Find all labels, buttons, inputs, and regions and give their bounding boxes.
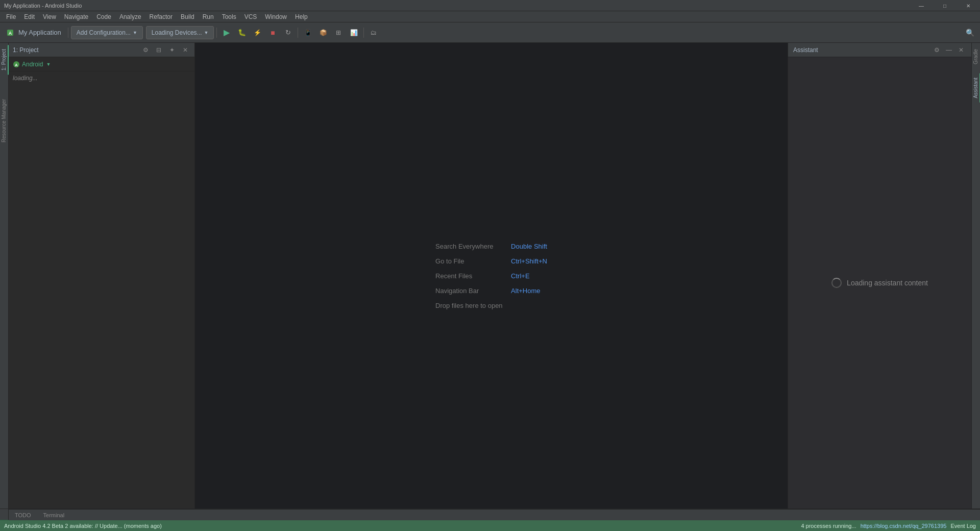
android-icon: A: [13, 61, 20, 68]
menu-vcs[interactable]: VCS: [240, 11, 261, 22]
assistant-settings-button[interactable]: ⚙: [932, 45, 942, 55]
hint-recent-files-shortcut: Ctrl+E: [511, 272, 529, 280]
menu-help[interactable]: Help: [291, 11, 312, 22]
toolbar-separator-2: [216, 28, 217, 38]
status-right: 4 processes running... https://blog.csdn…: [801, 523, 976, 529]
tab-gradle[interactable]: Gradle: [972, 45, 981, 68]
loading-assistant-text: Loading assistant content: [847, 279, 928, 287]
menu-run[interactable]: Run: [199, 11, 218, 22]
layout-editor-button[interactable]: ⊞: [331, 26, 346, 40]
hint-navigation-bar-shortcut: Alt+Home: [511, 287, 540, 295]
tab-assistant[interactable]: Assistant: [972, 74, 981, 103]
hint-go-to-file-label: Go to File: [435, 257, 507, 265]
hint-drop-files-text: Drop files here to open: [435, 302, 503, 309]
status-text[interactable]: Android Studio 4.2 Beta 2 available: // …: [4, 523, 162, 529]
loading-devices-dropdown-icon: ▼: [204, 30, 209, 35]
menu-bar: File Edit View Navigate Code Analyze Ref…: [0, 11, 980, 22]
assistant-title: Assistant: [793, 46, 929, 54]
hint-go-to-file: Go to File Ctrl+Shift+N: [435, 257, 547, 265]
menu-analyze[interactable]: Analyze: [115, 11, 145, 22]
add-config-dropdown-icon: ▼: [133, 30, 137, 35]
project-panel: 1: Project ⚙ ⊟ ✦ ✕ A Android ▼ loading..…: [9, 43, 195, 509]
menu-navigate[interactable]: Navigate: [60, 11, 92, 22]
project-settings-button[interactable]: ⚙: [140, 45, 151, 55]
close-button[interactable]: ✕: [957, 0, 980, 11]
assistant-minimize-button[interactable]: —: [944, 45, 954, 55]
todo-tab-label: TODO: [15, 512, 31, 518]
bottom-bar: TODO Terminal: [0, 509, 980, 520]
add-config-label: Add Configuration...: [77, 29, 131, 36]
profiler-button[interactable]: 📊: [347, 26, 361, 40]
hint-drop-files: Drop files here to open: [435, 302, 503, 309]
project-gear-button[interactable]: ✦: [167, 45, 177, 55]
project-close-button[interactable]: ✕: [180, 45, 190, 55]
hint-search-everywhere-label: Search Everywhere: [435, 243, 507, 250]
project-layout-button[interactable]: ⊟: [154, 45, 164, 55]
app-title-bar: My Application - Android Studio: [4, 3, 82, 9]
assistant-header: Assistant ⚙ — ✕: [788, 43, 971, 57]
run-button[interactable]: ▶: [219, 26, 234, 40]
menu-tools[interactable]: Tools: [218, 11, 240, 22]
loading-devices-button[interactable]: Loading Devices... ▼: [146, 26, 214, 39]
toolbar-separator-1: [68, 28, 68, 38]
assistant-close-button[interactable]: ✕: [956, 45, 966, 55]
profile-button[interactable]: ⚡: [250, 26, 264, 40]
status-left: Android Studio 4.2 Beta 2 available: // …: [4, 523, 162, 529]
search-button[interactable]: 🔍: [963, 26, 977, 40]
svg-text:A: A: [9, 31, 12, 36]
minimize-button[interactable]: —: [910, 0, 933, 11]
toolbar-separator-3: [298, 28, 298, 38]
hint-search-everywhere-shortcut: Double Shift: [511, 243, 547, 250]
menu-build[interactable]: Build: [177, 11, 199, 22]
menu-refactor[interactable]: Refactor: [145, 11, 177, 22]
tab-project[interactable]: 1: Project: [0, 45, 9, 75]
menu-edit[interactable]: Edit: [20, 11, 39, 22]
app-name-label: My Application: [18, 29, 61, 36]
hint-search-everywhere: Search Everywhere Double Shift: [435, 243, 547, 250]
tab-resource-manager[interactable]: Resource Manager: [0, 95, 9, 147]
loading-row: Loading assistant content: [831, 278, 928, 288]
menu-code[interactable]: Code: [92, 11, 115, 22]
bottom-toolbar: TODO Terminal: [9, 509, 980, 520]
loading-devices-label: Loading Devices...: [152, 29, 202, 36]
title-bar: My Application - Android Studio — □ ✕: [0, 0, 980, 11]
terminal-tab-label: Terminal: [43, 512, 65, 518]
loading-spinner-icon: [831, 278, 842, 288]
maximize-button[interactable]: □: [933, 0, 957, 11]
hint-recent-files: Recent Files Ctrl+E: [435, 272, 529, 280]
toolbar: A My Application Add Configuration... ▼ …: [0, 22, 980, 43]
project-panel-header: 1: Project ⚙ ⊟ ✦ ✕: [9, 43, 194, 57]
todo-tab[interactable]: TODO: [13, 510, 33, 520]
debug-button[interactable]: 🐛: [235, 26, 249, 40]
toolbar-separator-4: [363, 28, 364, 38]
menu-file[interactable]: File: [2, 11, 20, 22]
app-icon: A: [3, 26, 17, 40]
svg-text:A: A: [15, 63, 18, 67]
hint-navigation-bar: Navigation Bar Alt+Home: [435, 287, 540, 295]
hint-go-to-file-shortcut: Ctrl+Shift+N: [511, 257, 547, 265]
add-configuration-button[interactable]: Add Configuration... ▼: [71, 26, 143, 39]
sync-button[interactable]: ↻: [281, 26, 295, 40]
project-structure-button[interactable]: 🗂: [366, 26, 381, 40]
terminal-tab[interactable]: Terminal: [41, 510, 67, 520]
hint-navigation-bar-label: Navigation Bar: [435, 287, 507, 295]
menu-window[interactable]: Window: [261, 11, 291, 22]
status-processes: 4 processes running...: [801, 523, 856, 529]
menu-view[interactable]: View: [39, 11, 60, 22]
project-panel-title: 1: Project: [13, 46, 137, 54]
status-url[interactable]: https://blog.csdn.net/qq_29761395: [861, 523, 947, 529]
right-sidebar: Gradle Assistant: [971, 43, 980, 509]
android-view-selector[interactable]: A Android ▼: [9, 57, 194, 71]
android-dropdown-icon: ▼: [46, 62, 51, 67]
left-panel-tabs: 1: Project Resource Manager: [0, 43, 9, 509]
window-controls: — □ ✕: [910, 0, 980, 11]
status-event-log[interactable]: Event Log: [950, 523, 976, 529]
shortcut-hints: Search Everywhere Double Shift Go to Fil…: [435, 243, 547, 309]
avd-manager-button[interactable]: 📱: [301, 26, 315, 40]
assistant-panel: Assistant ⚙ — ✕ Loading assistant conten…: [788, 43, 971, 509]
status-bar: Android Studio 4.2 Beta 2 available: // …: [0, 520, 980, 531]
stop-button[interactable]: ■: [265, 26, 280, 40]
bottom-left-sidebar: [0, 509, 9, 520]
sdk-manager-button[interactable]: 📦: [316, 26, 330, 40]
project-loading-text: loading...: [9, 71, 194, 85]
